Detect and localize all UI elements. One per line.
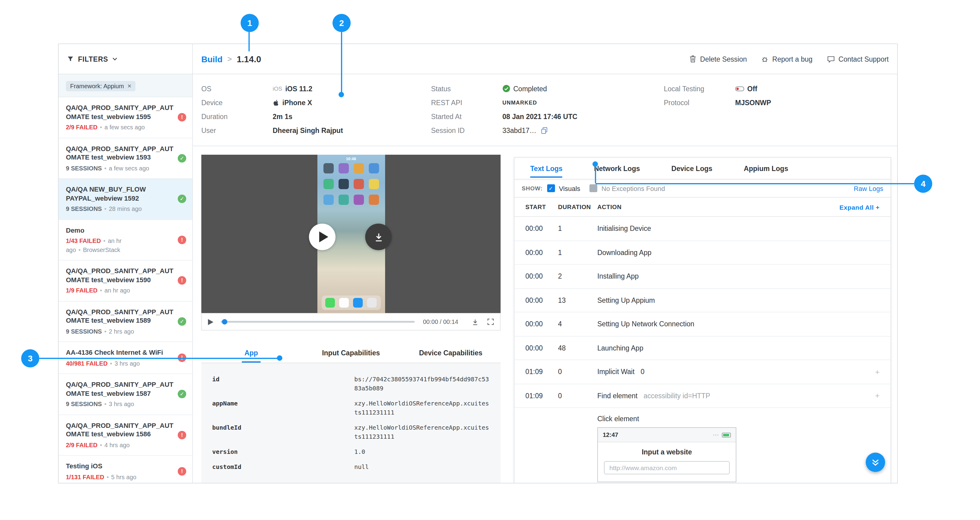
tab-device-logs[interactable]: Device Logs xyxy=(655,158,728,179)
session-meta: 2/9 FAILED•a few secs ago xyxy=(66,123,174,132)
header-actions: Delete Session Report a bug Contact Supp… xyxy=(689,55,889,63)
copy-icon[interactable] xyxy=(541,127,548,134)
raw-logs-link[interactable]: Raw Logs xyxy=(854,184,883,192)
log-row[interactable]: 00:00 13 Setting Up Appium + xyxy=(514,289,891,312)
play-icon[interactable] xyxy=(208,319,213,325)
log-start: 00:00 xyxy=(525,345,558,352)
session-title: Testing iOS xyxy=(66,462,174,471)
session-meta: 1/9 FAILED•an hr ago xyxy=(66,286,174,295)
log-action-text: Find element xyxy=(597,392,638,399)
log-duration: 1 xyxy=(558,225,597,232)
expand-row-button[interactable]: + xyxy=(875,391,880,400)
play-icon xyxy=(319,231,328,242)
active-filters-row: Framework: Appium × xyxy=(59,74,192,97)
log-duration: 4 xyxy=(558,321,597,328)
user-label: User xyxy=(201,127,273,134)
log-start: 01:09 xyxy=(525,368,558,375)
log-start: 00:00 xyxy=(525,297,558,304)
filter-chip-framework-appium[interactable]: Framework: Appium × xyxy=(66,81,136,91)
remove-filter-icon[interactable]: × xyxy=(127,83,132,89)
session-status-badge: ! xyxy=(178,468,186,476)
download-video-button[interactable] xyxy=(365,224,392,250)
session-list-item[interactable]: QA/QA_PROD_SANITY_APP_AUTOMATE test_webv… xyxy=(59,97,192,138)
log-rows: 00:00 1 Initialising Device + 00:00 1 Do… xyxy=(514,217,891,408)
session-list-item[interactable]: QA/QA_PROD_SANITY_APP_AUTOMATE test_webv… xyxy=(59,374,192,415)
session-list-item[interactable]: AA-4136 Check Internet & WiFi 40/981 FAI… xyxy=(59,342,192,374)
filters-header[interactable]: FILTERS xyxy=(59,44,192,74)
callout-4: 4 xyxy=(914,175,932,193)
session-list-item[interactable]: QA/QA_PROD_SANITY_APP_AUTOMATE test_webv… xyxy=(59,138,192,179)
breadcrumb-build-version: 1.14.0 xyxy=(237,54,261,64)
status-label: Status xyxy=(431,85,503,92)
screenshot-statusbar: 12:47 ⋯ xyxy=(598,428,736,442)
log-row[interactable]: 00:00 1 Initialising Device + xyxy=(514,217,891,241)
play-video-button[interactable] xyxy=(309,224,336,250)
session-meta: 9 SESSIONS•3 hrs ago xyxy=(66,400,174,409)
log-start: 00:00 xyxy=(525,273,558,280)
session-list-item[interactable]: QA/QA_PROD_SANITY_APP_AUTOMATE test_webv… xyxy=(59,301,192,342)
session-title: QA/QA NEW_BUY_FLOW PAYPAL_webview 1592 xyxy=(66,185,174,202)
duration-label: Duration xyxy=(201,113,273,120)
sessions-sidebar: FILTERS Framework: Appium × QA/QA_PROD_S… xyxy=(59,44,193,483)
visuals-checkbox[interactable] xyxy=(547,184,555,192)
log-row[interactable]: 00:00 1 Downloading App + xyxy=(514,241,891,265)
session-video[interactable]: 10:48 xyxy=(201,155,501,313)
os-label: OS xyxy=(201,85,273,92)
session-status-badge: ✓ xyxy=(178,317,186,326)
home-screen-icons xyxy=(317,163,385,205)
session-list-item[interactable]: QA/QA NEW_BUY_FLOW PAYPAL_webview 1592 9… xyxy=(59,179,192,219)
tab-network-logs[interactable]: Network Logs xyxy=(578,158,655,179)
filter-chip-label: Framework: Appium xyxy=(70,83,124,89)
session-title: AA-4136 Check Internet & WiFi xyxy=(66,348,174,357)
tab-app[interactable]: App xyxy=(201,345,301,363)
scrubber-handle[interactable] xyxy=(222,319,228,324)
session-meta: 1/131 FAILED•5 hrs ago xyxy=(66,473,174,482)
tab-appium-logs[interactable]: Appium Logs xyxy=(728,158,804,179)
tab-text-logs[interactable]: Text Logs xyxy=(514,158,578,179)
log-row[interactable]: 00:00 2 Installing App + xyxy=(514,265,891,289)
capability-key: bundleId xyxy=(212,423,354,441)
session-list-item[interactable]: QA/QA_PROD_SANITY_APP_AUTOMATE test_webv… xyxy=(59,261,192,301)
session-status-badge: ! xyxy=(178,353,186,362)
fullscreen-icon[interactable] xyxy=(487,318,494,325)
log-row[interactable]: 00:00 4 Setting Up Network Connection + xyxy=(514,312,891,336)
scroll-to-bottom-button[interactable] xyxy=(866,453,885,472)
ellipsis-icon: ⋯ xyxy=(713,432,719,438)
started-at-label: Started At xyxy=(431,113,503,120)
callout-2: 2 xyxy=(332,14,351,32)
screenshot-clock: 12:47 xyxy=(603,431,618,438)
session-meta: 9 SESSIONS•2 hrs ago xyxy=(66,327,174,336)
session-list-item[interactable]: Demo 1/43 FAILED•an hr ago•BrowserStack … xyxy=(59,219,192,261)
step-screenshot[interactable]: 12:47 ⋯ Input a website xyxy=(597,427,737,482)
download-icon[interactable] xyxy=(472,318,479,325)
expand-row-button[interactable]: + xyxy=(875,367,880,377)
session-header: Build > 1.14.0 Delete Session Report xyxy=(193,44,897,74)
duration-value: 2m 1s xyxy=(273,113,292,120)
tab-input-capabilities[interactable]: Input Capabilities xyxy=(301,345,401,363)
delete-session-button[interactable]: Delete Session xyxy=(689,55,747,63)
log-row[interactable]: 00:00 48 Launching App + xyxy=(514,336,891,360)
report-bug-button[interactable]: Report a bug xyxy=(762,55,813,62)
session-list-item[interactable]: QA/QA_PROD_SANITY_APP_AUTOMATE test_webv… xyxy=(59,415,192,456)
session-list-item[interactable]: Testing iOS 1/131 FAILED•5 hrs ago ! xyxy=(59,456,192,483)
home-screen-dock xyxy=(321,296,380,310)
log-action-param: accessibility id=HTTP xyxy=(644,392,710,399)
session-meta: 9 SESSIONS•a few secs ago xyxy=(66,164,174,173)
log-duration: 2 xyxy=(558,273,597,280)
capability-row: version 1.0 xyxy=(212,444,490,459)
capability-key: version xyxy=(212,447,354,456)
contact-support-button[interactable]: Contact Support xyxy=(827,55,889,62)
log-row[interactable]: 01:09 0 Find element accessibility id=HT… xyxy=(514,384,891,408)
session-title: QA/QA_PROD_SANITY_APP_AUTOMATE test_webv… xyxy=(66,144,174,162)
log-row[interactable]: 01:09 0 Implicit Wait 0 + xyxy=(514,360,891,384)
breadcrumb-build-link[interactable]: Build xyxy=(201,54,223,64)
capability-value: xzy.HelloWorldiOSReferenceApp.xcuitests1… xyxy=(354,423,490,441)
breadcrumb-separator: > xyxy=(228,54,232,64)
session-meta: 40/981 FAILED•3 hrs ago xyxy=(66,359,174,368)
log-action-param: 0 xyxy=(641,368,644,375)
expand-all-link[interactable]: Expand All + xyxy=(840,204,880,211)
log-action-text: Setting Up Network Connection xyxy=(597,321,694,328)
tab-device-capabilities[interactable]: Device Capabilities xyxy=(401,345,501,363)
video-scrubber[interactable] xyxy=(221,321,414,323)
website-url-input[interactable] xyxy=(604,461,730,474)
